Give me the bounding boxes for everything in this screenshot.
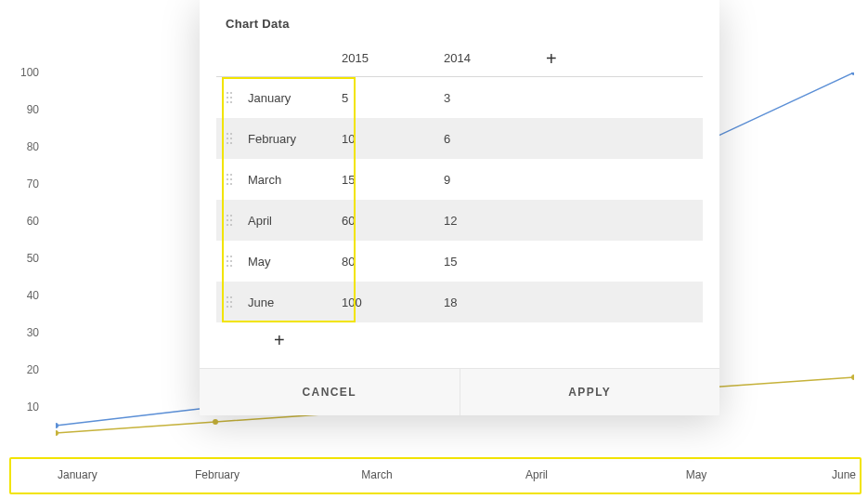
svg-point-0 [227,92,228,94]
series-point [56,430,58,436]
svg-point-6 [227,133,228,135]
add-row-button[interactable]: + [216,322,703,351]
cell-value[interactable]: 60 [342,214,444,228]
add-series-button[interactable]: + [546,49,602,68]
svg-point-14 [227,178,228,180]
series-point [851,374,854,380]
x-tick-label: February [195,468,240,481]
y-axis: 102030405060708090100 [0,72,56,444]
x-tick-label: March [361,468,392,481]
y-tick-label: 100 [20,66,39,79]
y-tick-label: 80 [27,140,39,153]
svg-point-34 [227,306,228,308]
svg-point-5 [230,101,232,103]
svg-point-24 [227,256,228,257]
svg-point-4 [227,101,228,103]
svg-point-25 [230,256,232,257]
cell-value[interactable]: 100 [342,295,444,309]
x-tick-label: January [58,468,97,481]
row-label[interactable]: April [244,214,342,228]
svg-point-26 [227,260,228,262]
dialog-actions: CANCEL APPLY [200,368,719,415]
row-label[interactable]: January [244,91,342,105]
table-row: April6012 [216,200,703,241]
drag-handle-icon[interactable] [216,295,244,309]
cell-value[interactable]: 15 [342,173,444,187]
x-tick-label: June [832,468,856,481]
cell-value[interactable]: 6 [444,132,546,146]
drag-handle-icon[interactable] [216,214,244,227]
svg-point-1 [230,92,232,94]
table-row: May8015 [216,241,703,282]
svg-point-27 [230,260,232,262]
svg-point-21 [230,219,232,221]
svg-point-3 [230,97,232,98]
cell-value[interactable]: 9 [444,173,546,187]
y-tick-label: 90 [27,103,39,116]
cell-value[interactable]: 5 [342,91,444,105]
row-label[interactable]: February [244,132,342,146]
drag-handle-icon[interactable] [216,132,244,145]
series-point [56,423,58,428]
cell-value[interactable]: 80 [342,255,444,269]
y-tick-label: 70 [27,177,39,190]
svg-point-7 [230,133,232,135]
table-row: January53 [216,77,703,118]
svg-point-18 [227,215,228,217]
svg-point-19 [230,215,232,217]
table-row: June10018 [216,282,703,322]
cancel-button[interactable]: CANCEL [200,369,460,415]
series-point [851,72,854,75]
svg-point-15 [230,178,232,180]
svg-point-23 [230,224,232,226]
cell-value[interactable]: 15 [444,255,546,269]
app-canvas: 102030405060708090100 JanuaryFebruaryMar… [0,0,868,499]
grid-header-row: 2015 2014 + [216,40,703,77]
row-label[interactable]: June [244,295,342,309]
series-header-0[interactable]: 2015 [342,51,444,65]
svg-point-2 [227,97,228,98]
series-header-1[interactable]: 2014 [444,51,546,65]
cell-value[interactable]: 10 [342,132,444,146]
svg-point-10 [227,142,228,144]
y-tick-label: 20 [27,363,39,376]
drag-handle-icon[interactable] [216,173,244,186]
svg-point-32 [227,301,228,303]
svg-point-11 [230,142,232,144]
y-tick-label: 10 [27,401,39,414]
dialog-header: Chart Data [200,0,719,40]
chart-data-dialog: Chart Data 2015 2014 + January53February… [200,0,719,415]
table-row: February106 [216,118,703,159]
row-label[interactable]: May [244,255,342,269]
svg-point-30 [227,296,228,298]
plus-icon: + [546,49,557,68]
apply-button[interactable]: APPLY [460,369,720,415]
x-tick-label: May [686,468,707,481]
drag-handle-icon[interactable] [216,91,244,104]
y-tick-label: 40 [27,289,39,302]
svg-point-12 [227,174,228,176]
svg-point-35 [230,306,232,308]
svg-point-33 [230,301,232,303]
svg-point-20 [227,219,228,221]
svg-point-13 [230,174,232,176]
svg-point-9 [230,138,232,139]
svg-point-22 [227,224,228,226]
plus-icon: + [274,330,285,350]
svg-point-16 [227,183,228,185]
drag-handle-icon[interactable] [216,255,244,268]
svg-point-17 [230,183,232,185]
data-grid: 2015 2014 + January53February106March159… [200,40,719,368]
svg-point-8 [227,138,228,139]
y-tick-label: 30 [27,326,39,339]
row-label[interactable]: March [244,173,342,187]
table-row: March159 [216,159,703,200]
series-point [213,419,218,425]
x-tick-label: April [525,468,548,481]
cell-value[interactable]: 12 [444,214,546,228]
svg-point-28 [227,265,228,267]
cell-value[interactable]: 3 [444,91,546,105]
y-tick-label: 60 [27,215,39,228]
svg-point-31 [230,296,232,298]
cell-value[interactable]: 18 [444,295,546,309]
